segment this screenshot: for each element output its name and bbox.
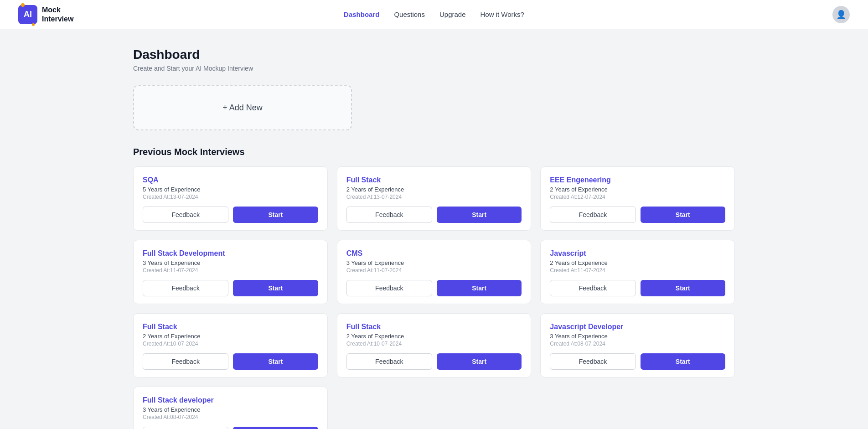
card-experience: 2 Years of Experience <box>346 333 522 340</box>
card-experience: 2 Years of Experience <box>346 186 522 193</box>
nav-item-questions[interactable]: Questions <box>394 10 425 18</box>
card-created: Created At:08-07-2024 <box>143 414 318 420</box>
card-experience: 3 Years of Experience <box>143 259 318 266</box>
interview-card: Full Stack Development 3 Years of Experi… <box>133 240 328 304</box>
section-title: Previous Mock Interviews <box>133 147 735 157</box>
feedback-button[interactable]: Feedback <box>346 353 432 370</box>
card-actions: Feedback Start <box>143 353 318 370</box>
header: AI Mock Interview Dashboard Questions Up… <box>0 0 868 29</box>
logo-text: Mock Interview <box>42 5 73 23</box>
start-button[interactable]: Start <box>641 353 725 370</box>
nav-item-dashboard[interactable]: Dashboard <box>344 10 379 18</box>
page-title: Dashboard <box>133 47 735 62</box>
card-title: CMS <box>346 249 522 258</box>
card-experience: 2 Years of Experience <box>143 333 318 340</box>
card-title: Full Stack <box>346 176 522 184</box>
card-actions: Feedback Start <box>550 353 725 370</box>
interview-card: EEE Engeneering 2 Years of Experience Cr… <box>540 166 735 231</box>
feedback-button[interactable]: Feedback <box>143 427 228 429</box>
interview-card: Javascript 2 Years of Experience Created… <box>540 240 735 304</box>
interview-card: Full Stack developer 3 Years of Experien… <box>133 387 328 429</box>
logo-line1: Mock <box>42 6 61 14</box>
start-button[interactable]: Start <box>233 353 318 370</box>
card-title: Full Stack <box>143 323 318 331</box>
card-title: Javascript <box>550 249 725 258</box>
interview-card: CMS 3 Years of Experience Created At:11-… <box>337 240 532 304</box>
card-actions: Feedback Start <box>550 280 725 296</box>
feedback-button[interactable]: Feedback <box>550 353 636 370</box>
logo-line2: Interview <box>42 15 73 23</box>
card-actions: Feedback Start <box>143 280 318 296</box>
card-created: Created At:08-07-2024 <box>550 341 725 347</box>
card-title: SQA <box>143 176 318 184</box>
card-created: Created At:12-07-2024 <box>550 194 725 200</box>
card-actions: Feedback Start <box>143 427 318 429</box>
interview-card: Javascript Developer 3 Years of Experien… <box>540 313 735 377</box>
interview-card: Full Stack 2 Years of Experience Created… <box>337 313 532 377</box>
feedback-button[interactable]: Feedback <box>346 280 432 296</box>
start-button[interactable]: Start <box>233 427 318 429</box>
start-button[interactable]: Start <box>641 280 725 296</box>
main-nav: Dashboard Questions Upgrade How it Works… <box>344 10 524 18</box>
card-experience: 5 Years of Experience <box>143 186 318 193</box>
start-button[interactable]: Start <box>437 207 522 223</box>
card-title: Full Stack <box>346 323 522 331</box>
card-actions: Feedback Start <box>143 207 318 223</box>
card-actions: Feedback Start <box>346 280 522 296</box>
page-subtitle: Create and Start your AI Mockup Intervie… <box>133 65 735 72</box>
card-title: Javascript Developer <box>550 323 725 331</box>
card-created: Created At:11-07-2024 <box>346 267 522 274</box>
card-experience: 3 Years of Experience <box>346 259 522 266</box>
logo: AI Mock Interview <box>18 5 73 24</box>
interview-card: Full Stack 2 Years of Experience Created… <box>133 313 328 377</box>
start-button[interactable]: Start <box>437 353 522 370</box>
start-button[interactable]: Start <box>437 280 522 296</box>
logo-letter: AI <box>24 10 32 19</box>
feedback-button[interactable]: Feedback <box>143 353 228 370</box>
feedback-button[interactable]: Feedback <box>346 207 432 223</box>
feedback-button[interactable]: Feedback <box>143 280 228 296</box>
start-button[interactable]: Start <box>233 207 318 223</box>
main-content: Dashboard Create and Start your AI Mocku… <box>115 29 753 429</box>
card-experience: 2 Years of Experience <box>550 186 725 193</box>
nav-item-how-it-works[interactable]: How it Works? <box>480 10 524 18</box>
card-title: Full Stack Development <box>143 249 318 258</box>
card-created: Created At:13-07-2024 <box>143 194 318 200</box>
feedback-button[interactable]: Feedback <box>550 280 636 296</box>
card-created: Created At:10-07-2024 <box>143 341 318 347</box>
card-actions: Feedback Start <box>550 207 725 223</box>
interview-card: SQA 5 Years of Experience Created At:13-… <box>133 166 328 231</box>
nav-item-upgrade[interactable]: Upgrade <box>439 10 466 18</box>
card-title: Full Stack developer <box>143 396 318 404</box>
card-actions: Feedback Start <box>346 353 522 370</box>
card-experience: 3 Years of Experience <box>550 333 725 340</box>
card-title: EEE Engeneering <box>550 176 725 184</box>
feedback-button[interactable]: Feedback <box>550 207 636 223</box>
card-experience: 2 Years of Experience <box>550 259 725 266</box>
add-new-card[interactable]: + Add New <box>133 85 352 130</box>
avatar[interactable]: 👤 <box>832 6 850 23</box>
card-created: Created At:11-07-2024 <box>143 267 318 274</box>
logo-icon: AI <box>18 5 37 24</box>
interview-card: Full Stack 2 Years of Experience Created… <box>337 166 532 231</box>
card-experience: 3 Years of Experience <box>143 406 318 413</box>
card-created: Created At:13-07-2024 <box>346 194 522 200</box>
add-new-label: + Add New <box>222 103 263 113</box>
card-actions: Feedback Start <box>346 207 522 223</box>
start-button[interactable]: Start <box>233 280 318 296</box>
interview-grid: SQA 5 Years of Experience Created At:13-… <box>133 166 735 429</box>
start-button[interactable]: Start <box>641 207 725 223</box>
feedback-button[interactable]: Feedback <box>143 207 228 223</box>
card-created: Created At:10-07-2024 <box>346 341 522 347</box>
card-created: Created At:11-07-2024 <box>550 267 725 274</box>
